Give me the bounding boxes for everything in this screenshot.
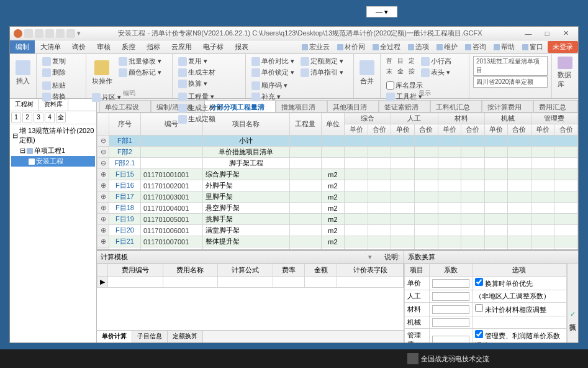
table-row[interactable]: 人工（非地区人工调整系数）	[405, 290, 567, 303]
taskbar[interactable]: 全国战龙弱电技术交流	[0, 349, 588, 368]
table-row[interactable]: 管理费 管理费、利润随单价系数调整	[405, 329, 567, 343]
coef-input[interactable]	[432, 318, 469, 327]
gen-norm-button[interactable]: 生成定额	[176, 114, 223, 124]
col-formula[interactable]: 计算公式	[218, 264, 273, 277]
page-2[interactable]: 2	[22, 113, 32, 122]
expand-icon[interactable]: ⊕	[100, 182, 106, 190]
col-rate[interactable]: 费率	[273, 264, 305, 277]
link-help[interactable]: 帮助	[491, 42, 518, 52]
expand-icon[interactable]: ⊕	[100, 193, 106, 201]
expand-icon[interactable]: ⊕	[100, 170, 106, 178]
col-grp-labor[interactable]: 人工	[391, 113, 438, 124]
col-mg-total[interactable]: 合价	[554, 124, 578, 136]
coef-input[interactable]	[432, 292, 469, 301]
page-3[interactable]: 3	[34, 113, 43, 122]
expand-icon[interactable]: ⊖	[100, 137, 106, 145]
minimize-button[interactable]: —	[520, 28, 537, 39]
table-row[interactable]: ⊕ F目16011701002001外脚手架 m2	[97, 180, 578, 191]
execute-swap-button[interactable]: ✓ 执行换算	[567, 264, 578, 343]
menu-review[interactable]: 审核	[91, 40, 116, 53]
table-row[interactable]: ⊕ F目17011701003001里脚手架 m2	[97, 191, 578, 203]
qat-new-icon[interactable]	[24, 29, 33, 38]
set-button[interactable]: 定	[407, 56, 417, 66]
col-c-unit[interactable]: 单价	[345, 124, 368, 136]
opt-checkbox[interactable]	[475, 304, 483, 312]
qat-redo-icon[interactable]	[66, 29, 75, 38]
expand-icon[interactable]: ⊕	[100, 215, 106, 223]
table-row[interactable]: 单价 换算时单价优先	[405, 277, 567, 290]
qat-undo-icon[interactable]	[56, 29, 65, 38]
opt-checkbox[interactable]	[475, 330, 483, 338]
tab-project-tree[interactable]: 工程树	[10, 99, 39, 111]
table-row[interactable]: 材料 未计价材料相应调整	[405, 303, 567, 316]
table-row[interactable]: ⊕ F目21011701007001整体提升架 m2	[97, 236, 578, 247]
supplement-button[interactable]: 补充 ▾	[250, 91, 289, 102]
col-mc-total[interactable]: 合价	[508, 124, 531, 136]
expand-icon[interactable]: ⊕	[100, 204, 106, 212]
tree-unit-project[interactable]: ⊟单项工程1	[11, 145, 95, 156]
coef-input[interactable]	[432, 279, 469, 288]
col-m-unit[interactable]: 单价	[438, 124, 461, 136]
header-col-button[interactable]: 表头 ▾	[419, 67, 453, 78]
col-seq[interactable]: 序号	[109, 113, 141, 136]
table-row[interactable]: ⊕ F目19011701005001挑脚手架 m2	[97, 214, 578, 225]
dir-button[interactable]: 目	[396, 56, 405, 66]
expand-icon[interactable]: ⊕	[100, 226, 106, 234]
insert-button[interactable]: 插入	[14, 56, 32, 90]
gen-main2-button[interactable]: 生成主材 ▾	[176, 103, 223, 113]
menu-compile[interactable]: 编制	[10, 40, 35, 53]
tab-unit-calc[interactable]: 单价计算	[97, 331, 132, 343]
page-1[interactable]: 1	[11, 113, 21, 122]
menu-cloud[interactable]: 云应用	[166, 40, 197, 53]
table-row[interactable]: ⊖ F部1小计	[97, 136, 578, 147]
opt-label[interactable]: 换算时单价优先	[475, 280, 533, 287]
first-button[interactable]: 首	[384, 56, 394, 66]
col-grp-mgmt[interactable]: 管理费	[531, 113, 577, 124]
row-height-button[interactable]: 小行高	[419, 56, 453, 67]
expand-icon[interactable]: ⊕	[100, 237, 106, 246]
table-row[interactable]: ⊕ F目15011701001001综合脚手架 m2	[97, 169, 578, 180]
col-grp-mach[interactable]: 机械	[484, 113, 531, 124]
database-button[interactable]: 数据库	[556, 56, 574, 90]
menu-index[interactable]: 指标	[141, 40, 166, 53]
merge-button[interactable]: 合并	[358, 56, 376, 90]
color-mark-button[interactable]: 颜色标记 ▾	[117, 67, 163, 78]
price-lock-button[interactable]: 单价锁定 ▾	[250, 67, 296, 78]
all-button[interactable]: 全	[396, 67, 405, 76]
col-grp-comp[interactable]: 综合	[345, 113, 391, 124]
col-m-total[interactable]: 合价	[461, 124, 485, 136]
menu-inquiry[interactable]: 询价	[66, 40, 91, 53]
expand-icon[interactable]: ⊖	[100, 148, 106, 156]
col-fee-name[interactable]: 费用名称	[163, 264, 218, 277]
list-guide-button[interactable]: 清单指引 ▾	[299, 67, 345, 78]
menu-qc[interactable]: 质控	[116, 40, 141, 53]
opt-label[interactable]: 管理费、利润随单价系数调整	[475, 332, 560, 343]
col-fee-code[interactable]: 费用编号	[108, 264, 163, 277]
seq-code-button[interactable]: 顺序码 ▾	[250, 80, 289, 91]
norm-select-1[interactable]: 2013规范工程量清单项目	[473, 56, 548, 76]
close-button[interactable]: ✕	[557, 28, 574, 39]
norm-measure-button[interactable]: 定额测定 ▾	[299, 56, 345, 67]
qat-save-icon[interactable]	[45, 29, 54, 38]
menu-big-list[interactable]: 大清单	[35, 40, 66, 53]
delete-button[interactable]: 删除	[40, 67, 68, 78]
qty-button[interactable]: 工程量 ▾	[176, 91, 223, 102]
col-field[interactable]: 计价表字段	[337, 264, 404, 277]
table-row[interactable]: ⊖ F部2.1脚手架工程	[97, 158, 578, 169]
link-process[interactable]: 全过程	[369, 42, 404, 52]
taskbar-item[interactable]: 全国战龙弱电技术交流	[402, 351, 494, 367]
main-grid-wrap[interactable]: 序号 编号 项目名称 工程量 单位 综合 人工 材料 机械 管理费	[97, 113, 578, 249]
col-unit[interactable]: 单位	[321, 113, 345, 136]
link-window[interactable]: 窗口	[519, 42, 546, 52]
menu-ebid[interactable]: 电子标	[197, 40, 229, 53]
by-button[interactable]: 按	[407, 67, 417, 76]
table-row[interactable]: ⊕ F目18011701004001悬空脚手架 m2	[97, 203, 578, 214]
table-row[interactable]: ⊕ F目20011701006001满堂脚手架 m2	[97, 225, 578, 236]
stab-calc-fee[interactable]: 按计算费用表	[482, 100, 533, 112]
table-row[interactable]: ⊖ F部2单价措施项目清单	[97, 147, 578, 158]
link-options[interactable]: 选项	[405, 42, 432, 52]
link-hycloud[interactable]: 宏业云	[299, 42, 333, 52]
tab-item-info[interactable]: 子目信息	[132, 331, 168, 343]
link-material[interactable]: 材价网	[334, 42, 368, 52]
price-compare-button[interactable]: 单价对比 ▾	[250, 56, 296, 67]
